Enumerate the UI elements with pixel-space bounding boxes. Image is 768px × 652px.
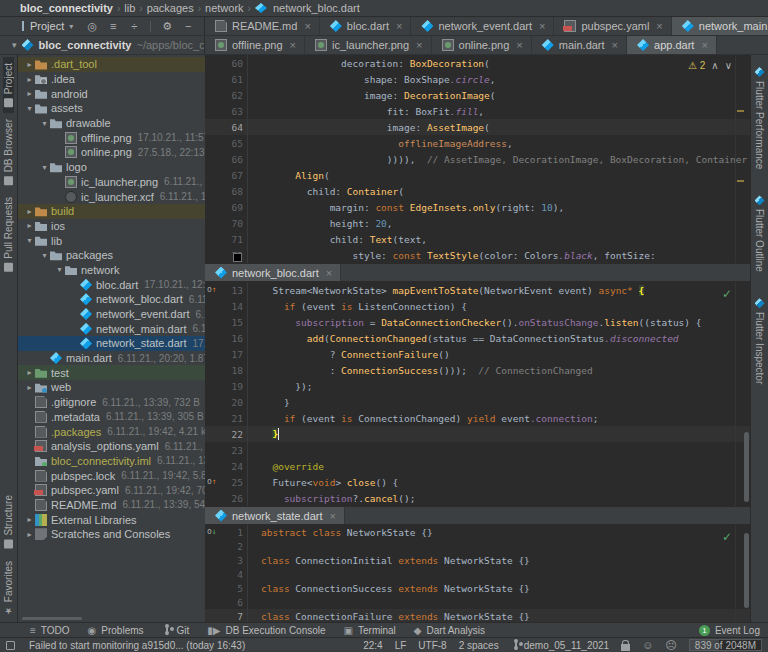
close-icon[interactable]: × <box>516 39 522 51</box>
tool-button-db-browser[interactable]: DB Browser <box>3 113 14 191</box>
tree-chevron-icon[interactable]: ▾ <box>54 265 65 274</box>
close-icon[interactable]: × <box>326 267 332 279</box>
tree-item-analysis_options.yaml[interactable]: analysis_options.yaml6.11.21., 13:... <box>18 439 205 454</box>
split-tab-network_bloc.dart[interactable]: network_bloc.dart× <box>205 264 341 281</box>
tree-item-network_state.dart[interactable]: network_state.dart17.10... <box>18 336 205 351</box>
tree-item-network_main.dart[interactable]: network_main.dart6.11... <box>18 321 205 336</box>
file-encoding[interactable]: UTF-8 <box>418 640 446 651</box>
breadcrumb-item[interactable]: bloc_connectivity <box>20 2 113 14</box>
editor-network-state-dart[interactable]: 1o↓abstract class NetworkState {}23class… <box>205 525 750 622</box>
tree-item-assets[interactable]: ▾assets <box>18 101 205 116</box>
split-tab-network_state.dart[interactable]: network_state.dart× <box>205 507 345 524</box>
line-ending[interactable]: LF <box>395 640 407 651</box>
tab-network_main.dart[interactable]: network_main.dart× <box>672 17 768 35</box>
tree-chevron-icon[interactable]: ▸ <box>24 383 35 392</box>
tree-item-web[interactable]: ▸web <box>18 380 205 395</box>
tree-chevron-icon[interactable]: ▸ <box>24 75 35 84</box>
tree-item-.gitignore[interactable]: .gitignore6.11.21., 13:39, 732 B <box>18 395 205 410</box>
happy-feedback-icon[interactable]: ☺ <box>642 639 653 651</box>
tree-chevron-icon[interactable]: ▾ <box>24 104 35 113</box>
tree-item-README.md[interactable]: README.md6.11.21., 13:39, 549 B 1... <box>18 498 205 513</box>
project-view-selector[interactable]: Project ▾ <box>30 20 73 32</box>
event-log-button[interactable]: 1Event Log <box>699 625 760 636</box>
tool-button-favorites[interactable]: ★Favorites <box>3 555 14 622</box>
tab-network_event.dart[interactable]: network_event.dart× <box>411 17 554 35</box>
implementations-gutter-icon[interactable]: o↓ <box>207 527 217 536</box>
hide-icon[interactable]: − <box>181 20 195 32</box>
tree-item-pubspec.lock[interactable]: pubspec.lock6.11.21., 19:42, 5.83 k... <box>18 468 205 483</box>
tree-item-build[interactable]: ▸build <box>18 204 205 219</box>
tree-item-Scratches and Consoles[interactable]: ▸Scratches and Consoles <box>18 527 205 542</box>
close-icon[interactable]: × <box>330 510 336 522</box>
tree-item-bloc.dart[interactable]: bloc.dart17.10.21., 12:18, 8... <box>18 277 205 292</box>
tree-chevron-icon[interactable]: ▾ <box>39 251 50 260</box>
tree-chevron-icon[interactable]: ▸ <box>24 515 35 524</box>
status-message[interactable]: Failed to start monitoring a915d0... (to… <box>29 640 245 651</box>
editor-network-bloc-dart[interactable]: 13o↑ Stream<NetworkState> mapEventToStat… <box>205 282 750 506</box>
tree-item-logo[interactable]: ▾logo <box>18 160 205 175</box>
indent-setting[interactable]: 2 spaces <box>459 640 499 651</box>
collapse-all-icon[interactable]: ÷ <box>127 20 141 32</box>
tree-item-.metadata[interactable]: .metadata6.11.21., 13:39, 305 B <box>18 410 205 425</box>
tab-online.png[interactable]: online.png× <box>432 36 532 54</box>
tree-item-network_bloc.dart[interactable]: network_bloc.dart6.11.2... <box>18 292 205 307</box>
close-icon[interactable]: × <box>304 20 310 32</box>
tree-item-.dart_tool[interactable]: ▸.dart_tool <box>18 57 205 72</box>
editor-scrollbar[interactable] <box>744 533 749 608</box>
project-root-row[interactable]: ▾ bloc_connectivity ~/apps/bloc_co <box>0 36 205 54</box>
tab-ic_launcher.png[interactable]: ic_launcher.png× <box>305 36 432 54</box>
tree-chevron-icon[interactable]: ▸ <box>24 530 35 539</box>
breadcrumb-item[interactable]: network <box>205 2 244 14</box>
editor-scrollbar[interactable] <box>744 432 749 502</box>
settings-icon[interactable]: ⚙ <box>160 20 174 33</box>
tree-item-ic_launcher.xcf[interactable]: ic_launcher.xcf6.11.21., 18:0... <box>18 189 205 204</box>
next-warning-icon[interactable]: ∨ <box>725 60 732 71</box>
tree-chevron-icon[interactable]: ▸ <box>24 207 35 216</box>
tab-README.md[interactable]: README.md× <box>205 17 320 35</box>
tree-item-pubspec.yaml[interactable]: pubspec.yaml6.11.21., 19:42, 707 B <box>18 483 205 498</box>
memory-indicator[interactable]: 839 of 2048M <box>689 639 762 651</box>
tree-chevron-icon[interactable]: ▸ <box>24 221 35 230</box>
tree-item-android[interactable]: ▸android <box>18 86 205 101</box>
tree-chevron-icon[interactable]: ▸ <box>24 89 35 98</box>
override-gutter-icon[interactable]: o↑ <box>207 477 217 486</box>
breadcrumb-file[interactable]: network_bloc.dart <box>273 2 360 14</box>
tree-item-packages[interactable]: ▾packages <box>18 248 205 263</box>
tree-chevron-icon[interactable]: ▾ <box>39 163 50 172</box>
tab-offline.png[interactable]: offline.png× <box>205 36 305 54</box>
tree-item-test[interactable]: ▸test <box>18 365 205 380</box>
tab-bloc.dart[interactable]: bloc.dart× <box>320 17 412 35</box>
close-icon[interactable]: × <box>290 39 296 51</box>
tree-item-External Libraries[interactable]: ▸External Libraries <box>18 512 205 527</box>
tree-chevron-icon[interactable]: ▾ <box>39 119 50 128</box>
tree-item-main.dart[interactable]: main.dart6.11.21., 20:20, 1.87 kB <box>18 351 205 366</box>
toolwindow-button-db-execution-console[interactable]: ▮▶DB Execution Console <box>207 625 325 636</box>
toolwindow-button-problems[interactable]: ◉Problems <box>88 625 144 636</box>
tab-app.dart[interactable]: app.dart× <box>627 36 717 54</box>
close-icon[interactable]: × <box>416 39 422 51</box>
editor-inspection-badge[interactable]: ✓ <box>722 530 732 544</box>
tree-item-lib[interactable]: ▾lib <box>18 233 205 248</box>
editor-inspection-badge[interactable]: ⚠ 2∧∨ <box>688 60 732 71</box>
close-icon[interactable]: × <box>656 20 662 32</box>
toolwindow-button-terminal[interactable]: ▣Terminal <box>344 625 396 636</box>
toolwindow-button-todo[interactable]: ≡TODO <box>30 625 70 636</box>
tree-item-offline.png[interactable]: offline.png17.10.21., 11:57, 1... <box>18 130 205 145</box>
tool-button-flutter-performance[interactable]: Flutter Performance <box>754 61 765 175</box>
tree-item-network_event.dart[interactable]: network_event.dart6.11... <box>18 307 205 322</box>
tree-item-.idea[interactable]: ▸.idea <box>18 72 205 87</box>
tool-button-structure[interactable]: Structure <box>3 489 14 555</box>
tree-item-ios[interactable]: ▸ios <box>18 219 205 234</box>
override-gutter-icon[interactable]: o↑ <box>207 285 217 294</box>
tree-chevron-icon[interactable]: ▾ <box>24 236 35 245</box>
tree-item-ic_launcher.png[interactable]: ic_launcher.png6.11.21., 18:... <box>18 175 205 190</box>
toolwindow-button-git[interactable]: Git <box>162 624 190 636</box>
tool-button-flutter-outline[interactable]: Flutter Outline <box>754 189 765 278</box>
tree-horizontal-scrollbar[interactable] <box>22 617 82 620</box>
close-icon[interactable]: × <box>539 20 545 32</box>
tree-item-online.png[interactable]: online.png27.5.18., 22:13, 53... <box>18 145 205 160</box>
locate-icon[interactable]: ◎ <box>85 20 99 33</box>
git-branch-widget[interactable]: demo_05_11_2021 <box>511 639 609 651</box>
lock-icon[interactable] <box>621 644 630 651</box>
tab-main.dart[interactable]: main.dart× <box>532 36 627 54</box>
